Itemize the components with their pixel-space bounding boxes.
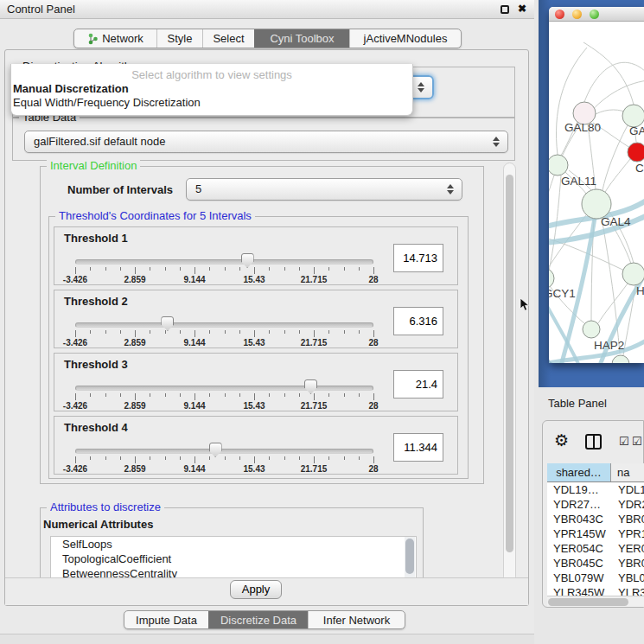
slider-tick-label: 2.859 <box>109 401 161 411</box>
column-header[interactable]: na <box>611 463 644 481</box>
table-data-combobox[interactable]: galFiltered.sif default node <box>24 131 508 153</box>
tab-label: Infer Network <box>323 614 390 627</box>
node-ga-label: GA <box>629 124 644 137</box>
node-gal11[interactable] <box>549 155 568 175</box>
close-button[interactable] <box>555 10 564 19</box>
table-cell[interactable]: YLR345W <box>547 585 611 596</box>
table-cell[interactable]: YDR2 <box>611 497 644 512</box>
table-row[interactable]: YPR145WYPR1 <box>547 526 644 541</box>
table-cell[interactable]: YBR043C <box>547 512 611 526</box>
number-of-intervals-label: Number of Intervals <box>67 183 173 196</box>
table-horizontal-scrollbar[interactable] <box>547 596 644 607</box>
slider-track[interactable] <box>75 449 373 454</box>
node-gcy1[interactable] <box>549 268 554 289</box>
scrollbar-thumb[interactable] <box>548 598 628 606</box>
threshold-value-field[interactable] <box>393 433 443 462</box>
node-h[interactable] <box>622 263 644 285</box>
table-row[interactable]: YBL079WYBL0 <box>547 571 644 585</box>
slider-tick <box>254 267 255 274</box>
slider-tick <box>269 330 270 334</box>
vertical-scrollbar[interactable] <box>503 163 516 583</box>
gear-icon[interactable]: ⚙ <box>554 430 569 450</box>
threshold-value-field[interactable] <box>393 370 443 399</box>
node-bottom[interactable] <box>612 355 629 363</box>
table-cell[interactable]: YER0 <box>611 541 644 556</box>
slider-tick-label: 21.715 <box>288 338 340 348</box>
dropdown-item[interactable]: Manual Discretization <box>11 82 412 96</box>
slider-tick <box>180 330 181 334</box>
slider-tick <box>105 330 106 334</box>
slider-tick <box>194 393 195 400</box>
table-cell[interactable]: YPR1 <box>611 526 644 541</box>
tab-select[interactable]: Select <box>202 29 254 48</box>
table-row[interactable]: YBR043CYBR0 <box>547 512 644 526</box>
table-cell[interactable]: YPR145W <box>547 526 611 541</box>
slider-tick-label: 9.144 <box>169 401 220 411</box>
table-cell[interactable]: YDL19… <box>547 482 611 497</box>
slider-tick <box>165 393 166 397</box>
table-row[interactable]: YER054CYER0 <box>547 541 644 556</box>
tab-network[interactable]: Network <box>74 29 156 48</box>
minimize-button[interactable] <box>572 10 582 19</box>
network-canvas[interactable]: GAL80GACGAL11GAL4GCY1HHAP2 <box>549 22 644 363</box>
numerical-attributes-list[interactable]: SelfLoopsTopologicalCoefficientBetweenne… <box>50 536 417 581</box>
scrollbar-thumb[interactable] <box>405 539 414 574</box>
table-row[interactable]: YDL19…YDL1 <box>547 482 644 497</box>
slider-tick-label: -3.426 <box>49 401 101 411</box>
table-row[interactable]: YDR27…YDR2 <box>547 497 644 512</box>
table-cell[interactable]: YDR27… <box>547 497 611 512</box>
tab-style[interactable]: Style <box>156 29 202 48</box>
tab-infer-network[interactable]: Infer Network <box>308 611 405 628</box>
dropdown-hint: Select algorithm to view settings <box>11 64 412 82</box>
slider-track[interactable] <box>75 322 373 328</box>
tab-jactivemnodules[interactable]: jActiveMNodules <box>349 29 461 48</box>
threshold-value-field[interactable] <box>393 244 443 272</box>
slider-tick-label: 9.144 <box>169 338 220 348</box>
tab-discretize-data[interactable]: Discretize Data <box>208 611 308 628</box>
attributes-list-scrollbar[interactable] <box>405 537 415 580</box>
slider-thumb[interactable] <box>161 316 174 331</box>
slider-track[interactable] <box>75 259 373 265</box>
slider-thumb[interactable] <box>241 253 254 268</box>
table-row[interactable]: YLR345WYLR3 <box>547 585 644 596</box>
checkbox-icon[interactable]: ☑ <box>632 435 642 448</box>
split-pane-icon[interactable] <box>585 434 602 450</box>
checkbox-icon[interactable]: ☑ <box>619 435 629 448</box>
column-header[interactable]: shared… <box>547 463 611 481</box>
node-gal4[interactable] <box>582 189 611 219</box>
slider-thumb[interactable] <box>304 379 317 394</box>
float-window-icon[interactable] <box>501 5 509 14</box>
tab-cyni-toolbox[interactable]: Cyni Toolbox <box>254 29 349 48</box>
table-cell[interactable]: YBR0 <box>611 556 644 571</box>
slider-tick-label: -3.426 <box>49 275 101 284</box>
tab-impute-data[interactable]: Impute Data <box>124 611 208 628</box>
close-icon[interactable]: ✖ <box>518 3 526 15</box>
table-cell[interactable]: YBL079W <box>547 571 611 585</box>
network-window: GAL80GACGAL11GAL4GCY1HHAP2 <box>549 7 644 363</box>
node-hap2[interactable] <box>583 321 600 338</box>
top-tab-bar: NetworkStyleSelectCyni ToolboxjActiveMNo… <box>73 29 462 48</box>
list-item[interactable]: TopologicalCoefficient <box>51 552 416 566</box>
slider-thumb[interactable] <box>209 443 222 457</box>
threshold-value-field[interactable] <box>393 307 443 335</box>
apply-button[interactable]: Apply <box>230 580 282 599</box>
table-cell[interactable]: YBR045C <box>547 556 611 571</box>
table-cell[interactable]: YBR0 <box>611 512 644 526</box>
zoom-button[interactable] <box>590 10 599 19</box>
slider-tick <box>328 456 329 460</box>
slider-tick <box>299 267 300 271</box>
scrollbar-thumb[interactable] <box>506 175 513 552</box>
dropdown-item[interactable]: Equal Width/Frequency Discretization <box>11 96 412 110</box>
slider-tick <box>194 330 195 337</box>
slider-tick <box>180 393 181 397</box>
table-cell[interactable]: YBL0 <box>611 571 644 585</box>
node-red[interactable] <box>628 143 644 162</box>
table-row[interactable]: YBR045CYBR0 <box>547 556 644 571</box>
table-cell[interactable]: YDL1 <box>611 482 644 497</box>
network-window-titlebar[interactable] <box>549 7 644 22</box>
table-cell[interactable]: YER054C <box>547 541 611 556</box>
slider-track[interactable] <box>75 386 373 391</box>
list-item[interactable]: SelfLoops <box>51 537 416 552</box>
number-of-intervals-spinner[interactable]: 5 <box>186 178 462 201</box>
table-cell[interactable]: YLR3 <box>611 585 644 596</box>
